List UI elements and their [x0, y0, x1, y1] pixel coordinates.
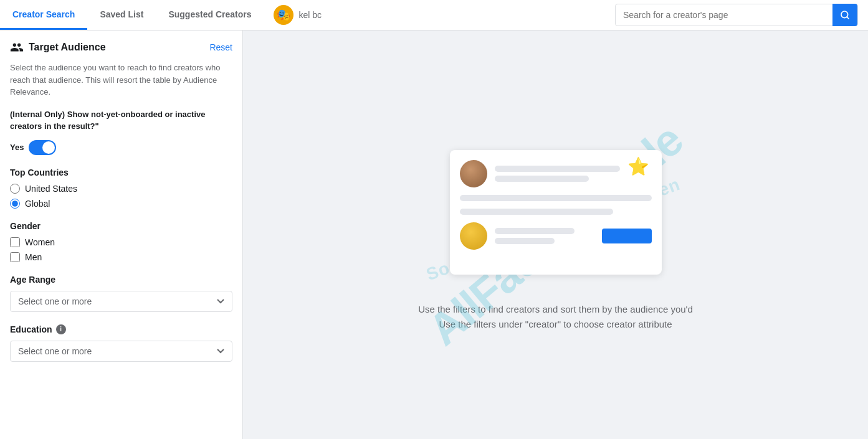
- profile-tab[interactable]: 🎭 kel bc: [264, 0, 331, 30]
- education-select[interactable]: Select one or more: [10, 341, 232, 362]
- sidebar-header: Target Audience Reset: [10, 40, 232, 54]
- illus-star-badge: ⭐: [627, 156, 649, 177]
- illus-line-2: [495, 176, 589, 182]
- profile-name: kel bc: [298, 10, 322, 20]
- age-range-label: Age Range: [10, 275, 232, 285]
- top-navigation: Creator Search Saved List Suggested Crea…: [0, 0, 868, 31]
- internal-notice: (Internal Only) Show not-yet-onboarded o…: [10, 108, 232, 133]
- sidebar: Target Audience Reset Select the audienc…: [0, 31, 243, 439]
- sidebar-title-wrap: Target Audience: [10, 40, 106, 54]
- checkbox-women[interactable]: Women: [10, 237, 232, 247]
- checkbox-men[interactable]: Men: [10, 252, 232, 262]
- gender-label: Gender: [10, 221, 232, 231]
- search-input-wrap: [615, 4, 858, 26]
- toggle-switch[interactable]: [29, 140, 56, 155]
- illus-avatar-yellow: [460, 222, 487, 250]
- audience-icon: [10, 40, 24, 54]
- top-countries-group: United States Global: [10, 184, 232, 209]
- search-button[interactable]: [832, 4, 857, 26]
- radio-global-label: Global: [25, 199, 50, 209]
- radio-global-input[interactable]: [10, 199, 20, 209]
- illus-line-5: [495, 228, 575, 234]
- checkbox-women-input[interactable]: [10, 237, 20, 247]
- illus-avatar-row: [460, 160, 652, 187]
- toggle-slider: [29, 140, 56, 155]
- illus-lines-group-2: [495, 228, 594, 244]
- tab-saved-list[interactable]: Saved List: [87, 0, 156, 30]
- svg-line-1: [847, 17, 849, 19]
- illus-cta-button: [602, 229, 652, 243]
- radio-united-states[interactable]: United States: [10, 184, 232, 194]
- tab-creator-search[interactable]: Creator Search: [0, 0, 87, 30]
- toggle-wrap: Yes: [10, 140, 232, 155]
- checkbox-men-label: Men: [25, 252, 42, 262]
- empty-state-text: Use the filters to find creators and sor…: [406, 302, 705, 332]
- illustration-wrap: ⭐: [437, 138, 674, 287]
- sidebar-title: Target Audience: [29, 42, 106, 53]
- illus-avatar-brown: [460, 160, 487, 187]
- avatar: 🎭: [274, 5, 293, 25]
- sidebar-description: Select the audience you want to reach to…: [10, 62, 232, 98]
- radio-united-states-input[interactable]: [10, 184, 20, 194]
- education-label: Education: [10, 324, 52, 334]
- main-layout: Target Audience Reset Select the audienc…: [0, 31, 868, 439]
- age-range-select[interactable]: Select one or more: [10, 291, 232, 312]
- illus-line-3: [460, 195, 652, 201]
- empty-state-line1: Use the filters to find creators and sor…: [418, 302, 693, 317]
- education-label-wrap: Education i: [10, 324, 232, 334]
- info-icon[interactable]: i: [56, 324, 66, 334]
- tab-suggested-creators[interactable]: Suggested Creators: [156, 0, 264, 30]
- radio-united-states-label: United States: [25, 184, 77, 194]
- top-countries-label: Top Countries: [10, 168, 232, 177]
- main-content: AllFacebook.de Social Media für Unterneh…: [243, 31, 868, 439]
- illus-avatar-row-2: [460, 222, 652, 250]
- illus-line-4: [460, 209, 613, 215]
- search-input[interactable]: [616, 10, 832, 20]
- radio-global[interactable]: Global: [10, 199, 232, 209]
- illus-line-6: [495, 238, 555, 244]
- gender-group: Women Men: [10, 237, 232, 262]
- toggle-label: Yes: [10, 143, 24, 152]
- checkbox-women-label: Women: [25, 237, 55, 247]
- checkbox-men-input[interactable]: [10, 252, 20, 262]
- search-icon: [840, 10, 850, 20]
- empty-state-line2: Use the filters under "creator" to choos…: [418, 317, 693, 332]
- search-area: [615, 4, 868, 26]
- illus-line-1: [495, 166, 621, 172]
- reset-button[interactable]: Reset: [209, 42, 232, 52]
